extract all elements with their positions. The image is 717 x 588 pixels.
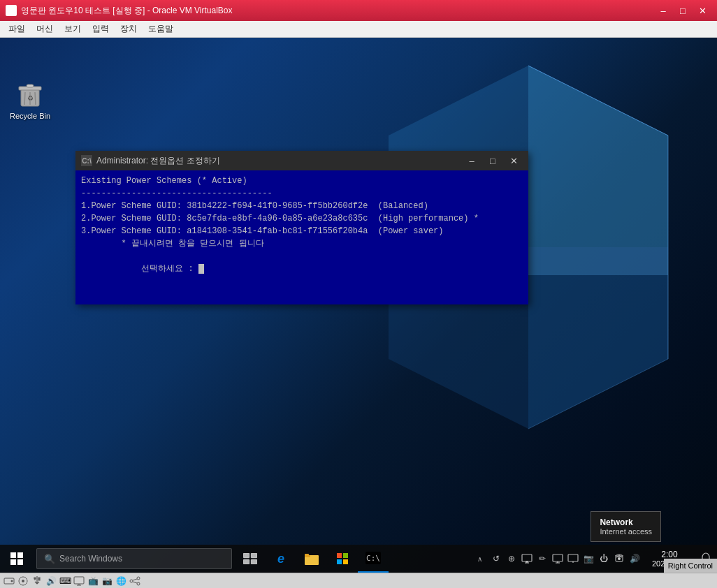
svg-rect-34 [343, 559, 348, 564]
cmd-prompt: 선택하세요 : [81, 250, 523, 288]
status-optical[interactable] [17, 575, 29, 587]
status-tv[interactable]: 📺 [87, 575, 99, 587]
svg-rect-31 [337, 553, 342, 558]
menu-help[interactable]: 도움말 [143, 22, 179, 36]
win-desktop: ♻ Recycle Bin C:\ Administrator: 전원옵션 조정… [0, 38, 717, 573]
svg-marker-11 [528, 247, 668, 275]
status-display[interactable] [73, 575, 85, 587]
cmd-minimize[interactable]: – [463, 154, 481, 168]
search-placeholder: Search Windows [59, 554, 122, 564]
menu-view[interactable]: 보기 [59, 22, 87, 36]
maximize-button[interactable]: □ [674, 3, 692, 17]
cmd-taskbar-icon: C:\ [365, 552, 381, 564]
tray-globe-icon[interactable]: ⊕ [505, 552, 519, 566]
start-icon [10, 552, 23, 565]
svg-rect-35 [522, 554, 532, 561]
store-button[interactable] [327, 545, 358, 573]
edge-button[interactable]: e [266, 545, 296, 573]
svg-marker-4 [528, 66, 668, 247]
svg-rect-15 [27, 84, 34, 87]
svg-rect-2 [7, 11, 10, 15]
tray-monitor-icon[interactable] [520, 552, 534, 566]
status-camera[interactable]: 📷 [101, 575, 113, 587]
start-button[interactable] [0, 545, 34, 573]
network-subtitle: Internet access [600, 527, 652, 536]
status-share[interactable] [129, 575, 141, 587]
window-title: 영문판 윈도우10 테스트 [실행 중] - Oracle VM Virtual… [21, 5, 654, 17]
svg-rect-23 [17, 559, 23, 565]
close-button[interactable]: ✕ [693, 3, 711, 17]
network-tray-icon[interactable] [612, 552, 626, 566]
recycle-bin-icon[interactable]: ♻ Recycle Bin [6, 77, 55, 123]
svg-point-50 [22, 580, 24, 582]
vbox-icon [6, 5, 17, 16]
tray-refresh-icon[interactable]: ↺ [489, 552, 503, 566]
tray-icons: ↺ ⊕ ✏ [486, 552, 644, 566]
status-usb[interactable] [31, 575, 43, 587]
minimize-button[interactable]: – [654, 3, 672, 17]
svg-rect-30 [305, 554, 309, 557]
svg-point-46 [618, 557, 621, 560]
store-icon [335, 551, 350, 566]
cmd-line2: 1.Power Scheme GUID: 381b4222-f694-41f0-… [81, 200, 523, 212]
cmd-icon: C:\ [81, 155, 92, 166]
cmd-line5: * 끝내시려면 창을 닫으시면 됩니다 [81, 237, 523, 250]
cmd-separator: -------------------------------------- [81, 187, 523, 200]
menu-device[interactable]: 장치 [115, 22, 143, 36]
svg-rect-25 [251, 553, 257, 558]
svg-rect-22 [10, 559, 16, 565]
task-view-button[interactable] [235, 545, 266, 573]
svg-rect-3 [12, 11, 15, 15]
window-controls: – □ ✕ [654, 3, 711, 17]
right-control-label: Right Control [664, 559, 717, 573]
tray-pencil-icon[interactable]: ✏ [535, 552, 549, 566]
edge-icon: e [273, 551, 289, 566]
menu-machine[interactable]: 머신 [31, 22, 59, 36]
cmd-titlebar: C:\ Administrator: 전원옵션 조정하기 – □ ✕ [75, 151, 528, 170]
cmd-controls: – □ ✕ [463, 154, 523, 168]
tray-camera-icon[interactable]: 📷 [581, 552, 595, 566]
cmd-maximize[interactable]: □ [484, 154, 502, 168]
svg-line-18 [35, 92, 36, 105]
svg-rect-20 [10, 552, 16, 558]
vbox-titlebar: 영문판 윈도우10 테스트 [실행 중] - Oracle VM Virtual… [0, 0, 717, 21]
search-bar[interactable]: 🔍 Search Windows [36, 548, 232, 569]
taskbar: 🔍 Search Windows [0, 545, 717, 573]
svg-rect-39 [553, 554, 563, 561]
virtualbox-window: 영문판 윈도우10 테스트 [실행 중] - Oracle VM Virtual… [0, 0, 717, 588]
svg-rect-32 [343, 553, 348, 558]
menu-input[interactable]: 입력 [87, 22, 115, 36]
status-audio[interactable]: 🔊 [45, 575, 57, 587]
svg-line-57 [133, 579, 137, 580]
svg-line-16 [24, 92, 25, 105]
svg-rect-51 [74, 577, 84, 584]
svg-rect-24 [243, 553, 249, 558]
clock-time: 2:00 [661, 550, 677, 559]
cmd-close[interactable]: ✕ [505, 154, 523, 168]
network-tooltip: Network Internet access [591, 511, 661, 542]
tray-power-icon[interactable]: ⏻ [597, 552, 611, 566]
status-keyboard[interactable]: ⌨ [59, 575, 71, 587]
svg-rect-33 [337, 559, 342, 564]
cmd-title: Administrator: 전원옵션 조정하기 [96, 155, 463, 167]
svg-point-48 [11, 580, 13, 582]
status-hdd[interactable] [3, 575, 15, 587]
svg-rect-0 [7, 6, 10, 10]
cmd-taskbar-button[interactable]: C:\ [358, 545, 389, 573]
svg-rect-42 [568, 554, 578, 561]
svg-rect-27 [251, 559, 257, 564]
cmd-line3: 2.Power Scheme GUID: 8c5e7fda-e8bf-4a96-… [81, 212, 523, 225]
explorer-button[interactable] [296, 545, 327, 573]
svg-text:♻: ♻ [27, 94, 34, 102]
network-title: Network [600, 517, 652, 527]
tray-volume-icon[interactable]: 🔊 [628, 552, 642, 566]
cmd-content[interactable]: Existing Power Schemes (* Active) ------… [75, 170, 528, 304]
menu-file[interactable]: 파일 [3, 22, 31, 36]
status-network[interactable]: 🌐 [115, 575, 127, 587]
tray-display3-icon[interactable] [566, 552, 580, 566]
svg-point-55 [137, 577, 140, 580]
svg-point-56 [137, 582, 140, 585]
tray-chevron[interactable]: ∧ [472, 545, 486, 573]
svg-rect-21 [17, 552, 23, 558]
tray-display2-icon[interactable] [551, 552, 565, 566]
